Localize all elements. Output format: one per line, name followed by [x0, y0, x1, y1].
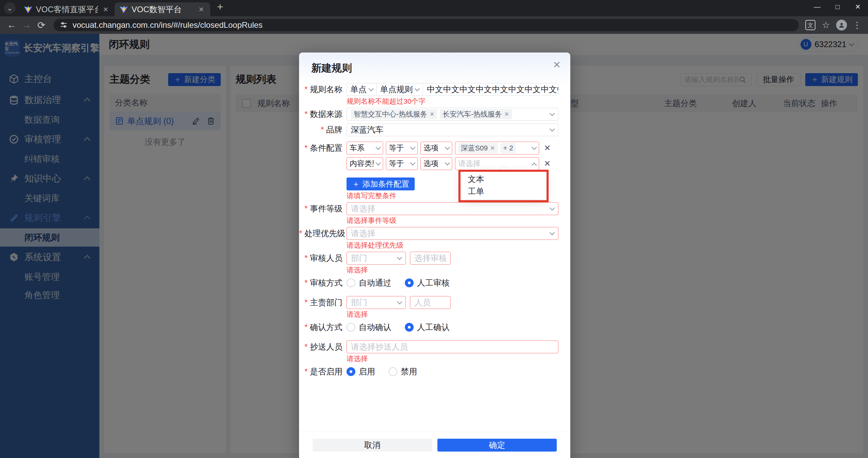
radio-auto-confirm[interactable]: 自动确认 [347, 322, 391, 333]
cc-error: 请选择 [347, 354, 570, 363]
auditor-error: 请选择 [347, 266, 570, 274]
radio-icon [389, 367, 397, 376]
chevron-up-icon [532, 162, 537, 168]
cc-label: 抄送人员 [299, 340, 347, 353]
person-icon [838, 22, 845, 28]
chevron-down-icon [376, 144, 381, 150]
rule-subtype-select[interactable]: 单点规则 [377, 83, 423, 96]
chevron-down-icon [369, 86, 374, 91]
menu-kebab-icon[interactable]: ⋮ [850, 20, 864, 30]
modal-body: 规则名称 单点 单点规则 中文中文中文中文中文中文中文中文中文中文中文中文。。。… [299, 83, 570, 432]
forward-button[interactable]: → [19, 20, 34, 30]
remove-condition-icon[interactable]: ✕ [544, 159, 551, 168]
event-level-select[interactable]: 请选择 [347, 202, 558, 215]
chevron-down-icon [550, 230, 555, 235]
browser-chrome: ⌄ VOC客情直驱平台 ✕ VOC数智平台 ✕ ＋ — □ ✕ [0, 0, 868, 34]
translate-icon[interactable]: 文 [804, 20, 817, 30]
radio-checked-icon [405, 278, 414, 287]
new-rule-modal: 新建规则 ✕ 规则名称 单点 单点规则 中文中文中文中文中文中文中文中文中文中文… [299, 53, 570, 458]
add-condition-button[interactable]: ＋添加条件配置 [347, 178, 415, 190]
browser-toolbar: ← → ⟳ vocuat.changan.com.cn/ins/#/rules/… [0, 16, 868, 34]
maximize-button[interactable]: □ [827, 0, 848, 14]
radio-disable[interactable]: 禁用 [389, 366, 417, 377]
data-source-tag: 长安汽车-热线服务✕ [440, 109, 512, 119]
condition-row-1: 车系 等于 选项 深蓝S09✕ + 2 ✕ [347, 142, 558, 154]
audit-mode-label: 审核方式 [299, 276, 347, 289]
chevron-down-icon [532, 144, 537, 150]
tag-remove-icon[interactable]: ✕ [504, 111, 509, 118]
brand-select[interactable]: 深蓝汽车 [347, 123, 558, 136]
rule-name-group: 单点 单点规则 中文中文中文中文中文中文中文中文中文中文中文中文。。。///@@ [347, 83, 558, 96]
dropdown-option-text[interactable]: 文本 [461, 173, 546, 185]
radio-enable[interactable]: 启用 [347, 366, 375, 377]
condition-operator-select[interactable]: 等于 [386, 142, 418, 154]
owner-dept-select[interactable]: 部门 [347, 296, 406, 309]
auditor-label: 审核人员 [299, 252, 347, 265]
condition-config-label: 条件配置 [299, 142, 347, 154]
site-settings-icon[interactable] [60, 21, 68, 29]
window-close-button[interactable]: ✕ [848, 0, 868, 14]
chevron-down-icon: ⌄ [7, 4, 13, 12]
content-type-dropdown: 文本 工单 [461, 171, 546, 200]
chevron-down-icon [397, 254, 402, 260]
chevron-down-icon [445, 144, 450, 150]
window-controls: — □ ✕ [807, 0, 868, 14]
data-source-select[interactable]: 智慧交互中心-热线服务✕ 长安汽车-热线服务✕ [347, 108, 558, 121]
minimize-button[interactable]: — [807, 0, 827, 14]
vite-favicon-icon [24, 5, 33, 14]
cancel-button[interactable]: 取消 [313, 439, 432, 452]
auditor-dept-select[interactable]: 部门 [347, 252, 406, 265]
cc-input[interactable] [347, 340, 558, 353]
new-tab-button[interactable]: ＋ [215, 0, 225, 14]
auditor-person-input[interactable] [410, 252, 451, 265]
radio-icon [347, 323, 355, 332]
rule-type-select[interactable]: 单点 [347, 83, 377, 96]
radio-auto-pass[interactable]: 自动通过 [347, 277, 391, 288]
radio-manual-audit[interactable]: 人工审核 [405, 277, 450, 288]
chevron-down-icon [550, 110, 555, 116]
modal-title: 新建规则 [311, 61, 570, 75]
condition-mode-select[interactable]: 选项 [420, 142, 452, 154]
remove-condition-icon[interactable]: ✕ [544, 143, 551, 153]
back-button[interactable]: ← [4, 20, 19, 30]
priority-select[interactable]: 请选择 [347, 227, 558, 240]
owner-dept-label: 主责部门 [299, 296, 347, 309]
radio-checked-icon [405, 323, 414, 332]
tab-close-icon[interactable]: ✕ [101, 5, 110, 14]
tag-remove-icon[interactable]: ✕ [490, 145, 495, 152]
chevron-down-icon [376, 160, 381, 165]
browser-tab-1[interactable]: VOC客情直驱平台 ✕ [19, 2, 115, 16]
radio-checked-icon [347, 367, 355, 376]
bookmark-star-icon[interactable]: ☆ [819, 20, 833, 30]
profile-avatar-icon[interactable] [835, 20, 848, 30]
event-level-label: 事件等级 [299, 202, 347, 215]
data-source-tag: 智慧交互中心-热线服务✕ [351, 109, 437, 119]
rule-name-error: 规则名称不能超过30个字 [347, 97, 570, 106]
data-source-label: 数据来源 [299, 108, 347, 121]
condition-value-multiselect[interactable]: 深蓝S09✕ + 2 [455, 142, 539, 154]
condition-operator-select[interactable]: 等于 [386, 157, 418, 170]
dropdown-option-ticket[interactable]: 工单 [461, 185, 546, 197]
more-count-tag: + 2 [500, 143, 516, 153]
rule-name-input[interactable]: 中文中文中文中文中文中文中文中文中文中文中文中文。。。///@@ [423, 83, 558, 96]
reload-button[interactable]: ⟳ [34, 20, 49, 31]
browser-tab-2-active[interactable]: VOC数智平台 ✕ [115, 2, 210, 16]
condition-field-select[interactable]: 内容类型 [347, 157, 383, 170]
condition-value-select-open[interactable]: 请选择 [455, 157, 539, 170]
confirm-button[interactable]: 确定 [437, 439, 557, 452]
condition-field-select[interactable]: 车系 [347, 142, 383, 154]
event-level-error: 请选择事件等级 [347, 216, 570, 225]
chevron-down-icon [445, 160, 450, 165]
condition-mode-select[interactable]: 选项 [420, 157, 452, 170]
tab-close-icon[interactable]: ✕ [197, 5, 205, 14]
modal-footer: 取消 确定 [299, 432, 570, 458]
audit-mode-group: 自动通过 人工审核 [347, 276, 558, 289]
owner-person-input[interactable] [410, 296, 451, 309]
radio-manual-confirm[interactable]: 人工确认 [405, 322, 450, 333]
url-bar[interactable]: vocuat.changan.com.cn/ins/#/rules/closed… [54, 19, 799, 31]
enable-label: 是否启用 [299, 365, 347, 378]
modal-close-icon[interactable]: ✕ [552, 58, 562, 72]
tag-remove-icon[interactable]: ✕ [430, 111, 434, 118]
tab-search-button[interactable]: ⌄ [4, 2, 16, 14]
radio-icon [347, 278, 355, 287]
